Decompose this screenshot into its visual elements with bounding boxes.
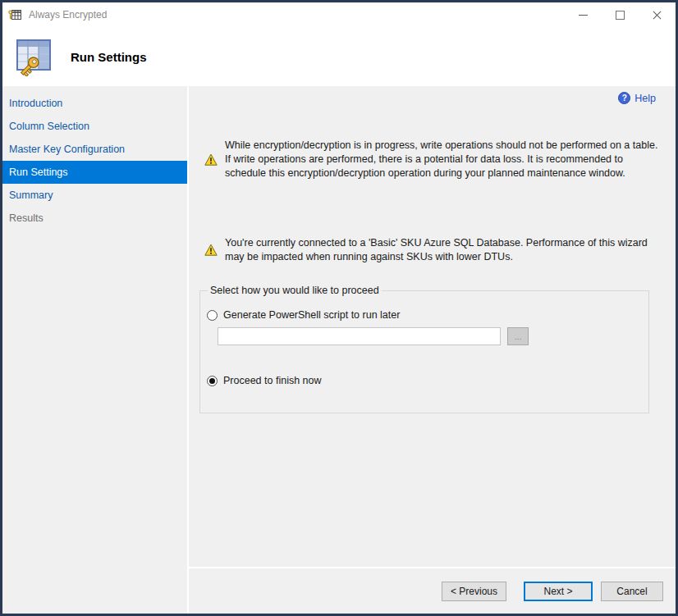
radio-generate-script-label: Generate PowerShell script to run later — [223, 309, 400, 321]
wizard-steps-sidebar: Introduction Column Selection Master Key… — [2, 86, 189, 614]
wizard-footer: < Previous Next > Cancel — [189, 567, 676, 614]
run-settings-page: ? Help While encryption/decryption is in… — [189, 86, 676, 567]
warning-text-write-operations: While encryption/decryption is in progre… — [225, 139, 658, 180]
previous-button[interactable]: < Previous — [442, 582, 506, 601]
script-path-row: ... — [218, 327, 642, 345]
groupbox-legend: Select how you would like to proceed — [208, 285, 382, 296]
close-icon — [652, 10, 662, 21]
sidebar-item-column-selection[interactable]: Column Selection — [2, 115, 187, 138]
radio-unselected-icon — [207, 310, 218, 321]
help-link[interactable]: ? Help — [618, 92, 656, 104]
radio-proceed-label: Proceed to finish now — [223, 375, 322, 386]
warning-icon — [204, 244, 218, 257]
close-button[interactable] — [639, 2, 676, 27]
minimize-button[interactable] — [565, 2, 602, 27]
warning-write-operations: While encryption/decryption is in progre… — [204, 139, 659, 180]
sidebar-item-introduction[interactable]: Introduction — [2, 92, 187, 115]
cancel-button[interactable]: Cancel — [601, 582, 663, 601]
proceed-groupbox: Select how you would like to proceed Gen… — [199, 285, 649, 413]
next-button[interactable]: Next > — [524, 582, 593, 601]
minimize-icon — [579, 15, 588, 16]
wizard-body: Introduction Column Selection Master Key… — [2, 86, 676, 614]
script-path-input — [218, 327, 501, 345]
radio-generate-powershell-script[interactable]: Generate PowerShell script to run later — [207, 309, 642, 321]
radio-selected-icon — [207, 376, 218, 386]
sidebar-item-summary[interactable]: Summary — [2, 184, 187, 207]
sidebar-item-master-key-configuration[interactable]: Master Key Configuration — [2, 138, 187, 161]
sidebar-item-results: Results — [2, 207, 187, 230]
content-column: ? Help While encryption/decryption is in… — [189, 86, 676, 614]
sidebar-item-run-settings[interactable]: Run Settings — [2, 161, 187, 184]
always-encrypted-wizard-window: Always Encrypted — [0, 0, 678, 616]
radio-proceed-to-finish-now[interactable]: Proceed to finish now — [207, 375, 642, 386]
warning-icon — [204, 153, 218, 167]
maximize-icon — [616, 11, 625, 20]
warning-text-basic-sku: You're currently connected to a 'Basic' … — [225, 236, 658, 264]
browse-button: ... — [507, 327, 529, 345]
help-icon: ? — [618, 92, 630, 104]
app-table-key-icon — [8, 8, 21, 21]
wizard-header: Run Settings — [2, 27, 676, 86]
window-title: Always Encrypted — [29, 9, 107, 21]
table-key-icon — [14, 37, 53, 76]
maximize-button[interactable] — [602, 2, 639, 27]
page-title: Run Settings — [71, 50, 147, 64]
warning-basic-sku: You're currently connected to a 'Basic' … — [204, 236, 659, 264]
window-controls — [565, 2, 676, 27]
help-label: Help — [634, 93, 656, 104]
titlebar: Always Encrypted — [2, 2, 676, 27]
